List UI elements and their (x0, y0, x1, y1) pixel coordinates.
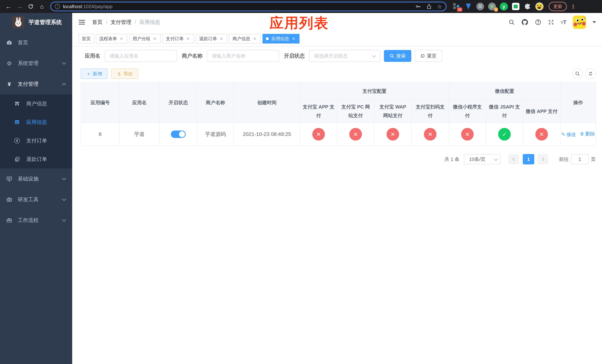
browser-home-button[interactable]: ⌂ (37, 2, 47, 11)
reset-button[interactable]: 重置 (415, 50, 442, 62)
password-key-icon[interactable] (415, 3, 421, 10)
close-icon[interactable]: ✕ (252, 36, 257, 41)
next-page-button[interactable] (538, 154, 548, 164)
chrome-update-button[interactable]: 更新 (549, 2, 567, 11)
close-icon[interactable]: ✕ (219, 36, 224, 41)
tab-user-group[interactable]: 用户分组✕ (129, 34, 161, 43)
extension-chat-icon[interactable] (512, 2, 520, 11)
bookmark-star-icon[interactable]: ☆ (437, 3, 442, 10)
browser-reload-button[interactable] (26, 2, 35, 11)
sidebar-item-payment[interactable]: ¥ 支付管理 (0, 74, 72, 95)
col-created: 创建时间 (234, 82, 300, 123)
tab-pay-orders[interactable]: 支付订单✕ (162, 34, 194, 43)
status-wx-jsapi: ✓ (498, 128, 511, 140)
extension-kite-icon[interactable] (464, 2, 473, 11)
page-size-select[interactable]: 10条/页 (464, 154, 501, 164)
col-app-name: 应用名 (119, 82, 159, 123)
search-icon (575, 71, 580, 76)
extension-command-icon[interactable]: ⌘ (476, 2, 484, 11)
toolbox-icon (6, 197, 12, 203)
user-avatar[interactable] (573, 16, 586, 29)
font-size-icon[interactable]: TT (561, 19, 567, 25)
sidebar-item-infra[interactable]: 基础设施 (0, 169, 72, 189)
sidebar-item-pay-orders[interactable]: ¥ 支付订单 (0, 131, 72, 150)
export-button[interactable]: 导出 (111, 68, 138, 79)
enable-switch[interactable] (171, 130, 186, 138)
status-alipay-pc: ✕ (349, 128, 362, 140)
col-alipay-pc: 支付宝 PC 网站支付 (337, 100, 374, 123)
sidebar-item-system[interactable]: ⚙ 系统管理 (0, 53, 72, 74)
url-text[interactable]: localhost:1024/pay/app (63, 4, 412, 10)
home-icon: ⌂ (40, 3, 43, 10)
sidebar-item-refund-orders[interactable]: 退款订单 (0, 150, 72, 169)
sidebar-logo[interactable]: 芋道管理系统 (0, 13, 72, 32)
cell-merchant: 芋道源码 (197, 123, 234, 146)
close-icon[interactable]: ✕ (152, 36, 157, 41)
tab-merchant-info[interactable]: 商户信息✕ (229, 34, 261, 43)
toggle-search-button[interactable] (572, 68, 583, 79)
tab-app-info[interactable]: 应用信息✕ (262, 34, 300, 43)
close-icon[interactable]: ✕ (291, 36, 296, 41)
app-name-input[interactable] (105, 50, 177, 62)
chevron-down-icon (62, 176, 66, 180)
merchant-name-input[interactable] (207, 50, 279, 62)
app-navbar: 首页 / 支付管理 / 应用信息 应用列表 TT (72, 13, 602, 32)
sidebar-item-devtools[interactable]: 研发工具 (0, 189, 72, 210)
sidebar-item-workflow[interactable]: 工作流程 (0, 210, 72, 231)
prev-page-button[interactable] (508, 154, 519, 164)
app-title: 芋道管理系统 (29, 19, 62, 26)
refresh-button[interactable] (585, 68, 596, 79)
breadcrumb-payment[interactable]: 支付管理 (111, 19, 131, 26)
cell-app-name: 芋道 (119, 123, 159, 146)
address-bar[interactable]: i localhost:1024/pay/app ☆ (50, 2, 447, 11)
download-icon (117, 71, 122, 76)
breadcrumb-home[interactable]: 首页 (92, 19, 103, 26)
tab-refund-orders[interactable]: 退款订单✕ (196, 34, 227, 43)
extension-yuque-icon[interactable]: y (500, 2, 508, 11)
close-icon[interactable]: ✕ (119, 36, 124, 41)
help-icon[interactable] (535, 19, 541, 26)
sidebar-item-merchant-info[interactable]: 商户信息 (0, 95, 72, 113)
tab-home[interactable]: 首页✕ (78, 34, 94, 43)
documents-icon (14, 156, 20, 162)
cell-app-id: 6 (81, 123, 119, 146)
logo-rabbit-icon (12, 16, 24, 28)
tab-process-form[interactable]: 流程表单✕ (96, 34, 127, 43)
goto-page-input[interactable] (571, 154, 589, 164)
browser-back-button[interactable]: ← (4, 2, 13, 11)
search-icon[interactable] (508, 19, 515, 25)
sidebar-collapse-icon[interactable] (78, 19, 86, 26)
col-wx-jsapi: 微信 JSAPI 支付 (486, 100, 523, 123)
chevron-down-icon (62, 218, 66, 222)
add-button[interactable]: ＋ 新增 (81, 68, 108, 79)
browser-forward-button[interactable]: → (15, 2, 24, 11)
extension-recorder-icon[interactable]: 1 (488, 2, 496, 11)
avatar-dropdown-caret[interactable] (592, 21, 596, 23)
page-number-button[interactable]: 1 (523, 154, 534, 164)
yen-circle-icon: ¥ (14, 138, 20, 144)
site-info-icon[interactable]: i (55, 4, 60, 9)
extension-badge10-icon[interactable]: 10 (452, 2, 461, 11)
chevron-down-icon (372, 54, 376, 58)
delete-link[interactable]: 删除 (580, 131, 595, 137)
github-icon[interactable] (521, 19, 528, 26)
content-area: 应用名 商户名称 开启状态 请选择开启状态 搜索 重置 (72, 46, 602, 364)
payment-submenu: 商户信息 应用信息 ¥ 支付订单 (0, 95, 72, 169)
col-alipay-qr: 支付宝扫码支付 (411, 100, 449, 123)
close-icon[interactable]: ✕ (185, 36, 191, 41)
sidebar-item-home[interactable]: 首页 (0, 32, 72, 53)
edit-link[interactable]: ✎修改 (561, 131, 576, 138)
share-icon[interactable] (426, 4, 432, 9)
col-status: 开启状态 (159, 82, 197, 123)
search-button[interactable]: 搜索 (384, 50, 411, 62)
extensions-menu-icon[interactable] (524, 2, 532, 11)
dashboard-icon (6, 40, 12, 45)
browser-menu-icon[interactable]: ⋮ (570, 3, 576, 10)
app-name-label: 应用名 (85, 52, 100, 59)
sidebar-item-app-info[interactable]: 应用信息 (0, 113, 72, 131)
fullscreen-icon[interactable] (548, 19, 554, 26)
status-select[interactable]: 请选择开启状态 (309, 50, 380, 62)
profile-avatar-icon[interactable] (535, 2, 544, 11)
status-wx-mini: ✕ (461, 128, 474, 140)
refresh-icon (420, 54, 425, 58)
